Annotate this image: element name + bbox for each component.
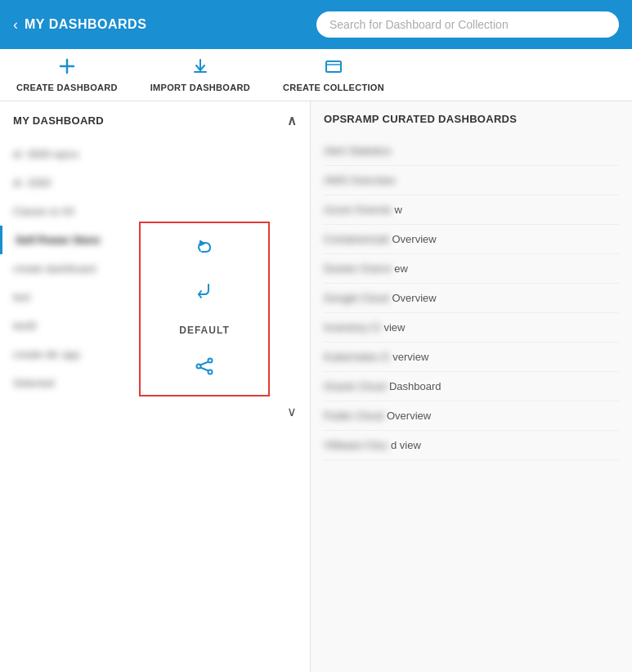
create-collection-button[interactable]: CREATE COLLECTION [283, 57, 384, 92]
svg-point-8 [208, 359, 213, 363]
item-suffix: d view [391, 439, 421, 451]
create-collection-label: CREATE COLLECTION [283, 83, 384, 92]
item-suffix: Dashboard [389, 380, 442, 392]
list-item[interactable]: Kubernetes Overview [324, 343, 619, 372]
list-item[interactable]: Oracle Cloud Dashboard [324, 372, 619, 401]
main-content: MY DASHBOARD ∧ di 0000 epics di 2000 Cla… [0, 101, 632, 672]
create-dashboard-button[interactable]: CREATE DASHBOARD [16, 57, 118, 92]
item-prefix: Containerizati [324, 233, 389, 245]
curated-list: Alert Statistics AWS Overview Azure Over… [311, 137, 632, 460]
back-button[interactable]: ‹ [13, 16, 18, 34]
item-prefix: VMware Clou [324, 439, 388, 451]
search-bar[interactable] [316, 11, 619, 38]
list-item[interactable]: Azure Overview [324, 195, 619, 225]
list-item[interactable]: di 2000 [0, 168, 310, 197]
list-item[interactable]: ContainerizatiOverview [324, 225, 619, 254]
my-dashboard-section-header: MY DASHBOARD ∧ [0, 101, 310, 140]
item-prefix: Azure Overvie [324, 204, 391, 216]
scroll-down-area: ∨ [0, 397, 310, 426]
header-title: MY DASHBOARDS [25, 17, 316, 32]
action-popup: DEFAULT [139, 222, 270, 396]
item-label: AWS Overview [324, 174, 395, 186]
curated-title: OPSRAMP CURATED DASHBOARDS [324, 113, 517, 125]
list-item[interactable]: Inventory Clview [324, 313, 619, 343]
item-suffix: w [394, 204, 401, 216]
undo-icon[interactable] [194, 236, 215, 262]
item-suffix: view [383, 321, 405, 334]
collection-icon [325, 57, 343, 79]
svg-point-10 [197, 365, 201, 369]
import-dashboard-label: IMPORT DASHBOARD [150, 83, 250, 92]
svg-rect-3 [194, 71, 207, 73]
import-dashboard-button[interactable]: IMPORT DASHBOARD [150, 57, 250, 92]
right-panel: OPSRAMP CURATED DASHBOARDS Alert Statist… [311, 101, 632, 672]
item-label: Alert Statistics [324, 145, 391, 157]
toolbar: CREATE DASHBOARD IMPORT DASHBOARD CREATE… [0, 49, 632, 101]
header: ‹ MY DASHBOARDS [0, 0, 632, 49]
list-item[interactable]: VMware Cloud view [324, 431, 619, 460]
item-prefix: Docker Overvi [324, 262, 391, 275]
search-input[interactable] [329, 18, 606, 31]
svg-line-12 [200, 368, 208, 371]
item-prefix: Public Cloud [324, 410, 383, 422]
list-item[interactable]: Alert Statistics [324, 137, 619, 166]
item-suffix: Overview [387, 410, 431, 422]
curated-section-header: OPSRAMP CURATED DASHBOARDS [311, 101, 632, 137]
svg-rect-4 [326, 61, 341, 72]
default-label: DEFAULT [169, 321, 239, 339]
item-prefix: Google Cloud [324, 292, 389, 304]
dashboard-list: di 0000 epics di 2000 Classic to Kll [0, 140, 310, 369]
item-suffix: Overview [392, 292, 437, 304]
list-item[interactable]: AWS Overview [324, 166, 619, 195]
collapse-icon[interactable]: ∧ [287, 113, 297, 128]
list-item[interactable]: Google Cloud Overview [324, 284, 619, 313]
list-item[interactable]: di 0000 epics [0, 140, 310, 168]
chevron-down-icon[interactable]: ∨ [287, 404, 297, 419]
item-prefix: Kubernetes O [324, 351, 389, 363]
item-prefix: Inventory Cl [324, 321, 380, 334]
share-icon[interactable] [194, 356, 215, 382]
item-suffix: ew [394, 262, 408, 275]
create-dashboard-label: CREATE DASHBOARD [16, 83, 118, 92]
list-item[interactable]: Public Cloud Overview [324, 401, 619, 431]
return-icon[interactable] [194, 279, 215, 305]
import-icon [191, 57, 209, 79]
svg-line-11 [200, 362, 208, 365]
left-panel: MY DASHBOARD ∧ di 0000 epics di 2000 Cla… [0, 101, 311, 672]
popup-anchor: Classic to Kll [0, 197, 310, 226]
svg-point-9 [208, 370, 213, 374]
item-suffix: verview [392, 351, 428, 363]
plus-icon [58, 57, 76, 79]
item-prefix: Oracle Cloud [324, 380, 386, 392]
my-dashboard-title: MY DASHBOARD [13, 114, 104, 127]
list-item[interactable]: Docker Overview [324, 254, 619, 284]
item-suffix: Overview [392, 233, 437, 245]
